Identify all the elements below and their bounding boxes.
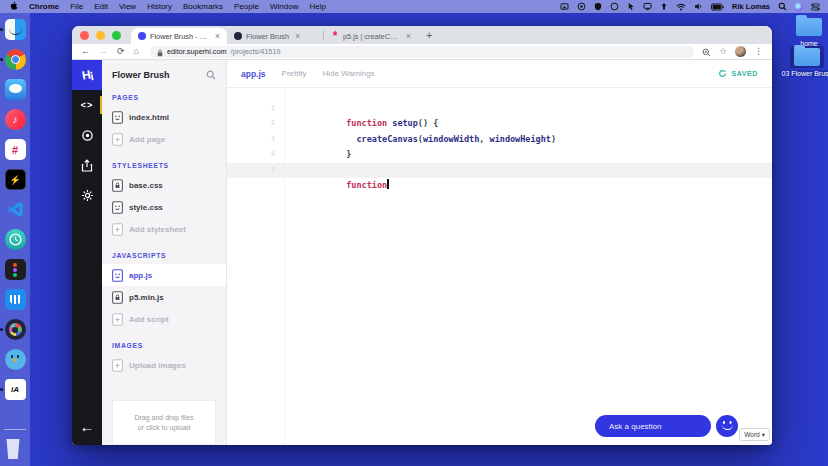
menu-item-bookmarks[interactable]: Bookmarks (183, 2, 223, 11)
volume-icon[interactable] (694, 2, 703, 11)
menu-item-people[interactable]: People (234, 2, 259, 11)
dock-item-twitterrific-icon[interactable] (5, 349, 26, 370)
superhi-editor: H¡ <> ← Flower Brush (72, 60, 772, 445)
code-line[interactable]: 1function setup() { (227, 101, 772, 116)
display-icon[interactable] (643, 2, 652, 11)
back-arrow-button[interactable]: ← (72, 407, 102, 445)
dock-item-chrome-icon[interactable] (5, 49, 26, 70)
tab-close-icon[interactable]: × (215, 31, 220, 41)
add-script-button[interactable]: Add script (102, 308, 226, 330)
address-bar[interactable]: editor.superhi.com/projects/41519 (150, 46, 694, 58)
search-icon[interactable] (206, 70, 216, 80)
dock-item-finder-icon[interactable] (5, 19, 26, 40)
apple-menu-icon[interactable] (10, 1, 18, 13)
p5js-favicon: * (331, 32, 339, 40)
desktop-folder-flower-brush[interactable]: 03 Flower Brush (786, 46, 828, 77)
window-controls (80, 31, 121, 40)
reload-icon[interactable]: ⟳ (117, 47, 125, 56)
tab-close-icon[interactable]: × (406, 31, 411, 41)
dock-item-intercom-icon[interactable] (5, 289, 26, 310)
file-item-index-html[interactable]: index.html (102, 106, 226, 128)
file-item-app-js[interactable]: app.js (102, 264, 226, 286)
bookmark-star-icon[interactable]: ☆ (719, 47, 727, 56)
code-line[interactable]: 3} (227, 132, 772, 147)
dock-item-slack-icon[interactable]: # (5, 139, 26, 160)
open-file-tab[interactable]: app.js (241, 69, 266, 79)
file-item-style-css[interactable]: style.css (102, 196, 226, 218)
browser-menu-icon[interactable]: ⋮ (754, 47, 763, 56)
menu-item-view[interactable]: View (119, 2, 136, 11)
file-item-base-css[interactable]: base.css (102, 174, 226, 196)
tab-flower-brush-superhi[interactable]: Flower Brush - SuperHi × (131, 28, 227, 44)
spotlight-search-icon[interactable] (778, 2, 787, 11)
caret-down-icon: ▾ (762, 431, 765, 439)
menu-item-help[interactable]: Help (309, 2, 325, 11)
dock-item-figma-icon[interactable] (5, 259, 26, 280)
battery-icon[interactable] (711, 3, 724, 11)
circle-icon[interactable] (610, 2, 619, 11)
code-line[interactable]: 2 createCanvas(windowWidth, windowHeight… (227, 116, 772, 131)
menu-item-chrome[interactable]: Chrome (29, 2, 59, 11)
zoom-page-icon[interactable] (702, 43, 711, 61)
code-editor-pane: app.js Prettify Hide Warnings SAVED 1fun… (227, 60, 772, 445)
forward-nav-icon[interactable]: → (99, 47, 108, 56)
code-view-icon[interactable]: <> (72, 90, 102, 120)
file-item-p5-min-js[interactable]: p5.min.js (102, 286, 226, 308)
menu-item-file[interactable]: File (70, 2, 83, 11)
tab-flower-brush[interactable]: Flower Brush × (227, 28, 323, 44)
page-favicon (234, 32, 242, 40)
ask-a-question-button[interactable]: Ask a question (595, 415, 711, 437)
preview-eye-icon[interactable] (72, 120, 102, 150)
screen-mirror-icon[interactable] (560, 2, 569, 11)
back-nav-icon[interactable]: ← (81, 47, 90, 56)
new-tab-button[interactable]: + (426, 29, 432, 41)
dock: ♪ # ⚡ iA (0, 13, 30, 466)
siri-icon[interactable] (795, 3, 803, 11)
menu-bar: Chrome File Edit View History Bookmarks … (0, 0, 828, 13)
section-javascripts: JAVASCRIPTS app.js p5.min.js Add script (102, 252, 226, 330)
status-bubble: Word▾ (739, 428, 770, 441)
share-upload-icon[interactable] (72, 150, 102, 180)
arrow-up-icon[interactable] (660, 2, 668, 11)
hide-warnings-button[interactable]: Hide Warnings (322, 69, 374, 78)
smiley-chat-button[interactable] (716, 415, 738, 437)
zoom-window-button[interactable] (112, 31, 121, 40)
tab-p5js-reference[interactable]: * p5.js | createCanvas() × (324, 28, 418, 44)
superhi-logo[interactable]: H¡ (72, 60, 102, 90)
menu-item-edit[interactable]: Edit (94, 2, 108, 11)
code-area[interactable]: 1function setup() { 2 createCanvas(windo… (227, 88, 772, 445)
code-line-active[interactable]: 5function (227, 163, 772, 178)
settings-gear-icon[interactable] (72, 180, 102, 210)
dock-item-screenflow-icon[interactable] (5, 319, 26, 340)
add-page-button[interactable]: Add page (102, 128, 226, 150)
prettify-button[interactable]: Prettify (282, 69, 307, 78)
add-stylesheet-button[interactable]: Add stylesheet (102, 218, 226, 240)
desktop-folder-home[interactable]: home (792, 16, 826, 47)
dock-item-music-icon[interactable]: ♪ (5, 109, 26, 130)
upload-images-button[interactable]: Upload images (102, 354, 226, 376)
dock-item-trash-icon[interactable] (5, 439, 26, 460)
wifi-icon[interactable] (676, 3, 686, 11)
cursor-icon[interactable] (627, 2, 635, 11)
dock-item-clock-icon[interactable] (5, 229, 26, 250)
superhi-favicon (138, 32, 146, 40)
home-icon[interactable]: ⌂ (134, 47, 139, 56)
section-heading: PAGES (102, 94, 226, 101)
close-window-button[interactable] (80, 31, 89, 40)
dock-divider (4, 429, 26, 430)
menu-item-history[interactable]: History (147, 2, 172, 11)
logged-in-user[interactable]: Rik Lomas (732, 2, 770, 11)
control-center-icon[interactable] (811, 3, 820, 11)
shield-icon[interactable] (594, 2, 602, 11)
minimize-window-button[interactable] (96, 31, 105, 40)
profile-avatar[interactable] (735, 46, 746, 57)
dock-item-vscode-icon[interactable] (5, 199, 26, 220)
tab-close-icon[interactable]: × (295, 31, 300, 41)
dot-circle-icon[interactable] (577, 2, 586, 11)
dock-item-iawriter-icon[interactable]: iA (5, 379, 26, 400)
file-dropzone[interactable]: Drag and drop files or click to upload (112, 400, 216, 445)
dock-item-messages-icon[interactable] (5, 79, 26, 100)
menu-item-window[interactable]: Window (270, 2, 298, 11)
dock-item-terminal-icon[interactable]: ⚡ (5, 169, 26, 190)
code-line[interactable]: 4 (227, 147, 772, 162)
